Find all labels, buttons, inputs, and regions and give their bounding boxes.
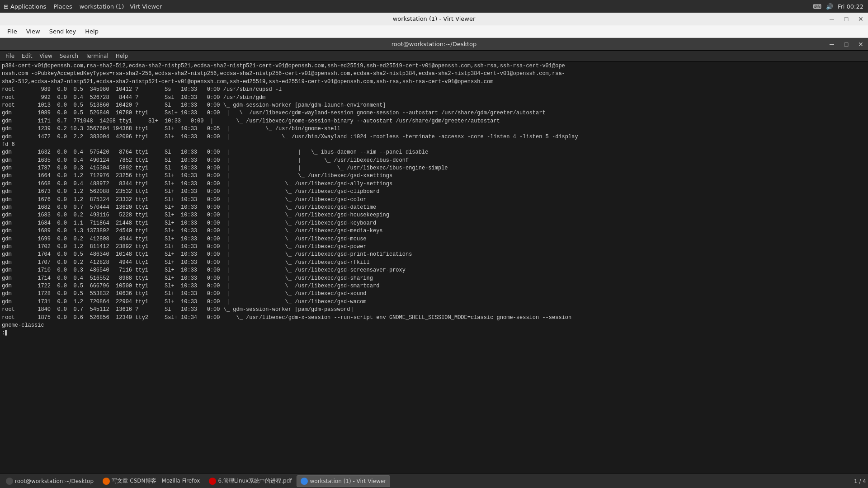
os-clock: Fri 00:22 [838, 3, 863, 10]
terminal-window: root@workstation:~/Desktop ─ □ ✕ File Ed… [0, 38, 868, 486]
terminal-menu-edit[interactable]: Edit [19, 52, 35, 60]
terminal-minimize-btn[interactable]: ─ [825, 38, 839, 51]
os-places-label[interactable]: Places [50, 3, 75, 10]
terminal-titlebar: root@workstation:~/Desktop ─ □ ✕ [0, 38, 868, 51]
taskbar-pdf-label: 6.管理Linux系统中的进程.pdf [218, 477, 292, 485]
terminal-menu-file[interactable]: File [3, 52, 17, 60]
taskbar-virt-icon [301, 478, 308, 485]
virt-viewer-title: workstation (1) - Virt Viewer [393, 15, 476, 22]
menu-file[interactable]: File [4, 27, 21, 36]
terminal-close-btn[interactable]: ✕ [854, 38, 868, 51]
terminal-menubar: File Edit View Search Terminal Help [0, 51, 868, 61]
taskbar-item-virt-viewer[interactable]: workstation (1) - Virt Viewer [297, 475, 390, 487]
virt-viewer-window-controls: ─ □ ✕ [825, 13, 868, 25]
taskbar-item-terminal[interactable]: root@workstation:~/Desktop [2, 475, 98, 487]
taskbar-page-indicator: 1 / 4 [854, 478, 866, 484]
maximize-button[interactable]: □ [839, 13, 854, 25]
taskbar-right-area: 1 / 4 [854, 478, 866, 484]
bottom-taskbar: root@workstation:~/Desktop 写文章-CSDN博客 - … [0, 474, 868, 488]
taskbar-virt-label: workstation (1) - Virt Viewer [310, 478, 386, 484]
close-button[interactable]: ✕ [854, 13, 868, 25]
terminal-menu-view[interactable]: View [37, 52, 55, 60]
volume-icon: 🔊 [826, 3, 833, 10]
terminal-maximize-btn[interactable]: □ [839, 38, 854, 51]
os-window-title-bar[interactable]: workstation (1) - Virt Viewer [76, 3, 166, 10]
virt-viewer-menubar: File View Send key Help [0, 25, 868, 38]
taskbar-terminal-label: root@workstation:~/Desktop [15, 478, 94, 484]
os-apps-menu[interactable]: ⊞ Applications [0, 3, 50, 10]
os-top-taskbar: ⊞ Applications Places workstation (1) - … [0, 0, 868, 13]
taskbar-terminal-icon [6, 478, 13, 485]
terminal-menu-help[interactable]: Help [113, 52, 131, 60]
terminal-menu-search[interactable]: Search [57, 52, 81, 60]
menu-send-key[interactable]: Send key [46, 27, 80, 36]
virt-viewer-window: workstation (1) - Virt Viewer ─ □ ✕ File… [0, 13, 868, 474]
os-apps-label[interactable]: Applications [10, 3, 46, 10]
terminal-win-controls: ─ □ ✕ [825, 38, 868, 51]
taskbar-item-pdf[interactable]: 6.管理Linux系统中的进程.pdf [205, 475, 296, 487]
virt-viewer-titlebar: workstation (1) - Virt Viewer ─ □ ✕ [0, 13, 868, 25]
taskbar-pdf-icon [209, 478, 216, 485]
terminal-content[interactable]: p384-cert-v01@openssh.com,rsa-sha2-512,e… [0, 61, 868, 486]
minimize-button[interactable]: ─ [825, 13, 839, 25]
menu-help[interactable]: Help [81, 27, 102, 36]
terminal-title: root@workstation:~/Desktop [392, 41, 477, 47]
menu-view[interactable]: View [23, 27, 44, 36]
taskbar-item-firefox[interactable]: 写文章-CSDN博客 - Mozilla Firefox [99, 475, 204, 487]
os-apps-icon: ⊞ [4, 3, 9, 10]
taskbar-firefox-label: 写文章-CSDN博客 - Mozilla Firefox [112, 477, 200, 485]
terminal-menu-terminal[interactable]: Terminal [83, 52, 111, 60]
keyboard-icon: ⌨ [813, 3, 821, 10]
taskbar-firefox-icon [103, 478, 110, 485]
